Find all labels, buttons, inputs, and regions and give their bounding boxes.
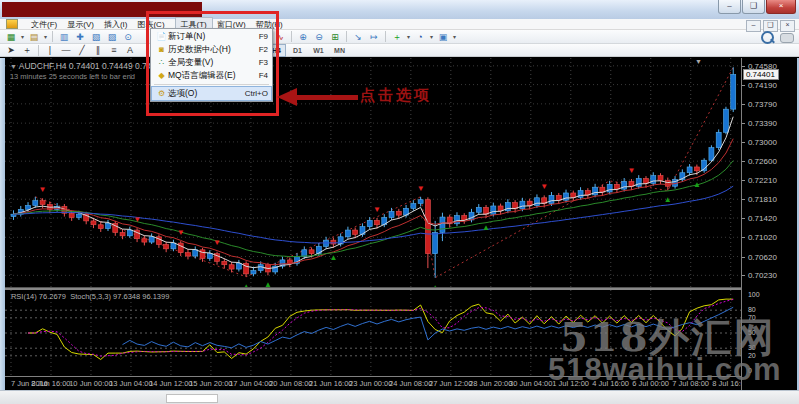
time-axis-label: 14 Jun 12:00 bbox=[149, 379, 192, 388]
time-axis-label: 6 Jul 00:00 bbox=[632, 379, 669, 388]
annotation-arrow-shaft bbox=[296, 95, 358, 100]
dropdown-caret-icon[interactable]: ▾ bbox=[405, 33, 412, 40]
profiles-icon[interactable]: ▤ bbox=[27, 31, 41, 43]
menu-item-metaeditor[interactable]: ◆MQ语言编辑器(E)F4 bbox=[152, 69, 271, 82]
horizontal-line-icon[interactable]: — bbox=[59, 44, 73, 56]
current-bar-marker: ▼ bbox=[695, 58, 702, 65]
time-axis[interactable]: 7 Jun 20168 Jun 16:0010 Jun 00:0013 Jun … bbox=[5, 376, 741, 391]
auto-scroll-icon[interactable]: ↘ bbox=[351, 31, 365, 43]
indicators-icon[interactable]: ＋ bbox=[390, 31, 404, 43]
toolbar-separator bbox=[346, 31, 347, 42]
time-axis-label: 30 Jun 04:00 bbox=[509, 379, 552, 388]
svg-text:▼: ▼ bbox=[627, 166, 635, 175]
menu-item-label: 全局变量(V) bbox=[168, 57, 255, 69]
svg-text:▲: ▲ bbox=[664, 195, 672, 204]
menu-item-global-variables[interactable]: ∴全局变量(V)F3 bbox=[152, 56, 271, 69]
toolbar-separator bbox=[38, 45, 39, 56]
channel-icon[interactable]: ∥ bbox=[91, 44, 105, 56]
text-icon[interactable]: A bbox=[123, 44, 137, 56]
svg-text:▼: ▼ bbox=[39, 185, 47, 194]
indicator-panel[interactable]: RSI(14) 76.2679 Stoch(5,3,3) 97.6348 96.… bbox=[5, 290, 741, 376]
time-axis-label: 27 Jun 12:00 bbox=[429, 379, 472, 388]
time-axis-label: 20 Jun 08:00 bbox=[269, 379, 312, 388]
price-axis-label: 0.74190 bbox=[748, 81, 777, 90]
navigator-icon[interactable]: ▧ bbox=[89, 31, 103, 43]
menu-item-new-order[interactable]: 📄新订单(N)F9 bbox=[152, 30, 271, 43]
timeframe-d1-button[interactable]: D1 bbox=[288, 44, 307, 57]
tools-dropdown-menu: 📄新订单(N)F9◙历史数据中心(H)F2∴全局变量(V)F3◆MQ语言编辑器(… bbox=[150, 28, 273, 102]
price-axis-label: 0.71020 bbox=[748, 233, 777, 242]
fibonacci-icon[interactable]: ≡ bbox=[107, 44, 121, 56]
templates-icon[interactable]: ▣ bbox=[436, 31, 450, 43]
child-minimize-button[interactable]: – bbox=[746, 20, 761, 32]
time-axis-label: 28 Jun 20:00 bbox=[469, 379, 512, 388]
time-axis-label: 4 Jul 16:00 bbox=[592, 379, 629, 388]
svg-text:▼: ▼ bbox=[213, 238, 221, 247]
rsi-label: RSI(14) 76.2679 bbox=[11, 292, 66, 301]
timeframe-mn-button[interactable]: MN bbox=[330, 44, 349, 57]
time-axis-label: 21 Jun 16:00 bbox=[309, 379, 352, 388]
menu-item-history-center[interactable]: ◙历史数据中心(H)F2 bbox=[152, 43, 271, 56]
indicator-axis-label: 80 bbox=[748, 306, 756, 313]
trendline-icon[interactable]: ╱ bbox=[75, 44, 89, 56]
time-axis-label: 7 Jul 08:00 bbox=[672, 379, 709, 388]
oscillator-plot[interactable] bbox=[5, 290, 741, 376]
svg-text:▲: ▲ bbox=[329, 253, 337, 262]
vertical-line-icon[interactable]: | bbox=[43, 44, 57, 56]
options-icon: ⚙ bbox=[155, 89, 168, 98]
price-axis-label: 0.73000 bbox=[748, 138, 777, 147]
zoom-in-icon[interactable]: ⊕ bbox=[296, 31, 310, 43]
toolbar-right-group bbox=[761, 31, 794, 44]
toolbar-separator bbox=[385, 31, 386, 42]
menu-item-shortcut: F9 bbox=[255, 32, 268, 41]
dropdown-caret-icon[interactable]: ▾ bbox=[42, 33, 49, 40]
cursor-icon[interactable]: ➤ bbox=[4, 44, 18, 56]
bar-countdown: 13 minutes 25 seconds left to bar end bbox=[10, 72, 135, 81]
time-axis-label: 24 Jun 08:00 bbox=[389, 379, 432, 388]
strategy-tester-icon[interactable]: ⊙ bbox=[121, 31, 135, 43]
dropdown-caret-icon[interactable]: ▾ bbox=[428, 33, 435, 40]
svg-text:▼: ▼ bbox=[417, 184, 425, 193]
terminal-icon[interactable]: ▨ bbox=[105, 31, 119, 43]
chart-shift-icon[interactable]: ↦ bbox=[367, 31, 381, 43]
menu-item-options[interactable]: ⚙选项(O)Ctrl+O bbox=[152, 87, 271, 100]
timeframe-w1-button[interactable]: W1 bbox=[309, 44, 328, 57]
market-watch-icon[interactable]: ▥ bbox=[57, 31, 71, 43]
search-icon[interactable] bbox=[761, 31, 774, 44]
menu-file[interactable]: 文件(F) bbox=[26, 18, 62, 31]
svg-text:▼: ▼ bbox=[373, 205, 381, 214]
price-axis-label: 0.72600 bbox=[748, 157, 777, 166]
menu-insert[interactable]: 插入(I) bbox=[99, 18, 133, 31]
indicator-axis-label: 0 bbox=[748, 367, 752, 374]
menu-item-shortcut: F2 bbox=[255, 45, 268, 54]
new-order-icon: 📄 bbox=[155, 32, 168, 41]
menu-bar: 文件(F) 显示(V) 插入(I) 图表(C) 工具(T) 窗口(W) 帮助(H… bbox=[0, 19, 799, 30]
dropdown-caret-icon[interactable]: ▾ bbox=[451, 33, 458, 40]
metaeditor-icon: ◆ bbox=[155, 71, 168, 80]
time-axis-label: 10 Jun 00:00 bbox=[69, 379, 112, 388]
close-button[interactable]: × bbox=[766, 0, 796, 14]
data-window-icon[interactable]: ✚ bbox=[73, 31, 87, 43]
minimize-button[interactable]: – bbox=[718, 0, 741, 14]
crosshair-icon[interactable]: ＋ bbox=[20, 44, 34, 56]
new-chart-icon[interactable]: ▦ bbox=[4, 31, 18, 43]
menu-item-label: 历史数据中心(H) bbox=[168, 44, 255, 56]
chat-icon[interactable] bbox=[780, 33, 794, 43]
svg-text:▲: ▲ bbox=[693, 180, 701, 189]
maximize-button[interactable]: ❑ bbox=[742, 0, 765, 14]
menu-item-label: 新订单(N) bbox=[168, 31, 255, 43]
price-axis[interactable]: 0.745800.741900.737900.733900.730000.726… bbox=[741, 58, 797, 391]
line-chart-icon[interactable]: ∿ bbox=[273, 31, 287, 43]
annotation-arrow-icon bbox=[277, 88, 297, 106]
time-axis-label: 17 Jun 04:00 bbox=[229, 379, 272, 388]
dropdown-caret-icon[interactable]: ▾ bbox=[19, 33, 26, 40]
time-axis-label: 23 Jun 00:00 bbox=[349, 379, 392, 388]
menu-view[interactable]: 显示(V) bbox=[62, 18, 99, 31]
indicator-axis-label: 20 bbox=[748, 352, 756, 359]
price-axis-label: 0.70620 bbox=[748, 253, 777, 262]
annotation-text: 点击选项 bbox=[360, 86, 432, 105]
mt4-window: { "window": { "buttons": {"minimize": "–… bbox=[0, 0, 799, 404]
periods-icon[interactable]: ◔ bbox=[413, 31, 427, 43]
tile-windows-icon[interactable]: ⊞ bbox=[328, 31, 342, 43]
zoom-out-icon[interactable]: ⊖ bbox=[312, 31, 326, 43]
